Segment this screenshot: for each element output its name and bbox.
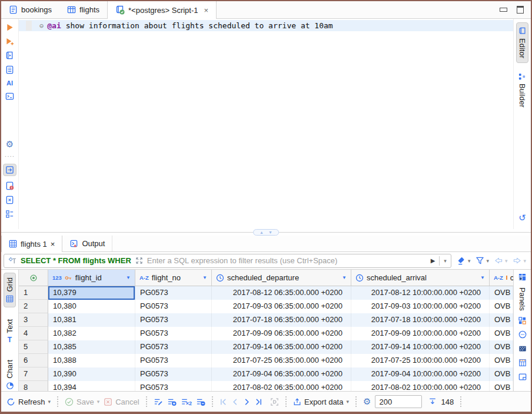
table-cell[interactable]: PG0573 <box>135 354 212 367</box>
close-icon[interactable]: × <box>204 6 209 15</box>
filter-input-box[interactable]: SELECT * FROM flights WHER ▶ ▾ <box>4 254 451 268</box>
first-page-icon[interactable] <box>220 398 227 406</box>
page-size-settings-icon[interactable]: ⚙ <box>363 396 371 407</box>
duplicate-row-icon[interactable]: ×2 <box>181 397 192 406</box>
previous-page-icon[interactable] <box>231 398 239 406</box>
table-cell[interactable]: OVB <box>490 313 513 327</box>
row-number[interactable]: 1 <box>19 286 48 300</box>
table-cell[interactable]: 2017-08-02 10:00:00.000 +0200 <box>351 381 490 391</box>
table-cell[interactable]: 2017-08-02 06:35:00.000 +0200 <box>212 381 351 391</box>
sort-dropdown-icon[interactable]: ▼ <box>126 275 131 280</box>
table-cell[interactable]: 2017-09-03 10:00:00.000 +0200 <box>351 300 490 313</box>
row-number[interactable]: 6 <box>19 354 48 367</box>
structure-icon[interactable] <box>5 210 14 218</box>
run-append-icon[interactable] <box>5 37 14 46</box>
refresh-button[interactable]: Refresh ▾ <box>6 398 51 406</box>
services-grid-icon[interactable] <box>518 317 526 324</box>
row-number[interactable]: 5 <box>19 340 48 354</box>
table-cell[interactable]: OVB <box>490 327 513 340</box>
table-cell[interactable]: 2017-09-04 06:35:00.000 +0200 <box>212 367 351 381</box>
more-options-dots-icon[interactable]: ···· <box>5 155 15 158</box>
funnel-icon[interactable] <box>476 256 484 265</box>
chevron-down-icon[interactable]: ▾ <box>523 258 526 264</box>
reload-page-icon[interactable] <box>270 398 279 406</box>
settings-gear-icon[interactable]: ⚙ <box>6 139 14 150</box>
row-number[interactable]: 8 <box>19 381 48 391</box>
table-cell[interactable]: OVB <box>490 300 513 313</box>
table-cell[interactable]: 2017-07-18 06:35:00.000 +0200 <box>212 313 351 327</box>
table-cell[interactable]: 10,381 <box>48 313 135 327</box>
rollback-icon[interactable]: ↺ <box>518 213 526 223</box>
chevron-down-icon[interactable]: ▾ <box>505 258 508 264</box>
splitter-handle[interactable]: ▲ ▼ <box>253 229 279 236</box>
table-cell[interactable]: PG0573 <box>135 381 212 391</box>
panel-splitter[interactable]: ▲ ▼ <box>1 229 531 236</box>
close-icon[interactable]: × <box>51 240 55 249</box>
table-cell[interactable]: 10,388 <box>48 354 135 367</box>
view-tab-text[interactable]: Text T <box>4 315 15 349</box>
inline-result-toggle[interactable] <box>3 164 16 176</box>
table-cell[interactable]: 10,394 <box>48 381 135 391</box>
collapse-up-icon[interactable]: ▲ <box>260 230 264 234</box>
table-cell[interactable]: PG0573 <box>135 300 212 313</box>
table-cell[interactable]: 2017-09-09 10:00:00.000 +0200 <box>351 327 490 340</box>
chevron-down-icon[interactable]: ▾ <box>48 399 51 405</box>
table-cell[interactable]: OVB <box>490 354 513 367</box>
back-arrow-icon[interactable] <box>494 257 503 264</box>
chevron-down-icon[interactable]: ▾ <box>97 399 100 405</box>
no-format-file-icon[interactable] <box>5 196 14 204</box>
terminal-icon[interactable] <box>5 92 14 101</box>
table-cell[interactable]: 2017-07-25 06:35:00.000 +0200 <box>212 354 351 367</box>
table-cell[interactable]: 2017-09-03 06:35:00.000 +0200 <box>212 300 351 313</box>
table-cell[interactable]: 2017-07-25 10:00:00.000 +0200 <box>351 354 490 367</box>
detail-panel-icon[interactable] <box>518 373 527 381</box>
view-tab-grid[interactable]: Grid <box>4 273 16 307</box>
table-cell[interactable]: 2017-09-14 06:35:00.000 +0200 <box>212 340 351 354</box>
dock-tab-editor[interactable]: Editor <box>516 22 528 63</box>
table-cell[interactable]: 2017-09-14 10:00:00.000 +0200 <box>351 340 490 354</box>
expand-editor-icon[interactable] <box>135 257 143 264</box>
pivot-table-icon[interactable] <box>518 359 527 367</box>
editor-line-1[interactable]: ⊖ @ai show information about flights sch… <box>19 20 513 31</box>
tab-flights[interactable]: flights <box>59 1 107 18</box>
add-row-icon[interactable] <box>167 398 177 406</box>
table-cell[interactable]: 2017-08-12 06:35:00.000 +0200 <box>212 286 351 300</box>
column-header-scheduled-arrival[interactable]: scheduled_arrival ▼ <box>351 270 490 286</box>
chevron-down-icon[interactable]: ▾ <box>346 399 349 405</box>
sort-dropdown-icon[interactable]: ▼ <box>480 275 485 280</box>
table-cell[interactable]: OVB <box>490 286 513 300</box>
dock-tab-builder[interactable]: Builder <box>517 69 528 111</box>
last-page-icon[interactable] <box>255 398 262 406</box>
sort-dropdown-icon[interactable]: ▼ <box>202 275 207 280</box>
run-icon[interactable] <box>5 23 14 32</box>
table-cell[interactable]: PG0573 <box>135 367 212 381</box>
row-number[interactable]: 4 <box>19 327 48 340</box>
table-cell[interactable]: 10,379 <box>48 286 135 300</box>
chevron-down-icon[interactable]: ▾ <box>468 258 471 264</box>
table-cell[interactable]: 2017-07-18 10:00:00.000 +0200 <box>351 313 490 327</box>
filter-expression-input[interactable] <box>147 256 427 265</box>
problems-file-icon[interactable] <box>5 181 14 190</box>
edit-row-icon[interactable] <box>154 398 163 406</box>
table-cell[interactable]: PG0573 <box>135 340 212 354</box>
collapse-down-icon[interactable]: ▼ <box>268 230 272 234</box>
column-header-flight-id[interactable]: 123 flight_id ▼ <box>48 270 135 286</box>
next-page-icon[interactable] <box>243 398 251 406</box>
table-cell[interactable]: OVB <box>490 381 513 391</box>
table-cell[interactable]: PG0573 <box>135 327 212 340</box>
table-settings-icon[interactable] <box>518 273 527 281</box>
filter-history-icon[interactable] <box>8 257 16 264</box>
column-header-scheduled-departure[interactable]: scheduled_departure ▼ <box>212 270 351 286</box>
export-data-button[interactable]: Export data ▾ <box>293 398 349 406</box>
row-number[interactable]: 2 <box>19 300 48 313</box>
table-cell[interactable]: 2017-09-04 10:00:00.000 +0200 <box>351 367 490 381</box>
save-button[interactable]: Save ▾ <box>65 398 99 406</box>
table-cell[interactable]: 2017-09-09 06:35:00.000 +0200 <box>212 327 351 340</box>
chevron-down-icon[interactable]: ▾ <box>486 258 489 264</box>
table-cell[interactable]: PG0573 <box>135 286 212 300</box>
column-header-flight-no[interactable]: A-Z flight_no ▼ <box>135 270 212 286</box>
restore-window-icon[interactable] <box>517 6 524 14</box>
minimize-icon[interactable] <box>500 8 507 12</box>
mosaic-icon[interactable] <box>518 345 527 353</box>
sort-dropdown-icon[interactable]: ▼ <box>342 275 347 280</box>
